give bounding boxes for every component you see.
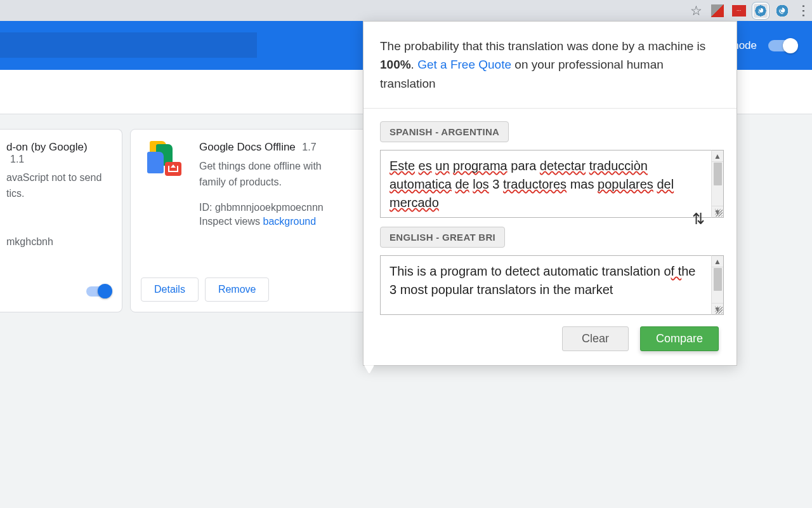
target-language-button[interactable]: ENGLISH - GREAT BRI [380,227,505,248]
scroll-up-icon[interactable]: ▲ [712,150,723,162]
scroll-handle[interactable] [714,268,722,291]
chrome-toolbar: ☆ ••• ↻ ↻ ⋯ [0,0,812,21]
extension-version: 1.7 [302,142,316,152]
scrollbar[interactable]: ▲ ▼ [711,255,724,315]
resize-grip[interactable] [715,306,723,314]
docs-offline-icon [145,141,184,180]
extension-card-partial: d-on (by Google) 1.1 avaScript not to se… [0,129,122,312]
extension-version: 1.1 [10,154,24,164]
free-quote-link[interactable]: Get a Free Quote [417,58,511,71]
star-icon[interactable]: ☆ [689,4,703,18]
developer-mode-toggle[interactable] [768,40,797,51]
source-text-area[interactable]: Este es un programa para detectar traduc… [380,150,711,218]
chrome-menu-icon[interactable]: ⋯ [797,4,811,18]
extension-desc-line: avaScript not to send [6,170,108,186]
scrollbar[interactable]: ▲ ▼ [711,150,724,218]
extension-google-icon[interactable] [710,4,724,18]
extension-id-fragment: mkghcbnh [6,236,108,248]
probability-value: 100% [380,58,411,71]
extension-id-label: ID: [199,202,212,213]
search-box[interactable] [0,32,257,58]
target-text-area[interactable]: This is a program to detect automatic tr… [380,255,711,315]
scroll-up-icon[interactable]: ▲ [712,256,723,267]
extension-title: d-on (by Google) [6,141,88,153]
source-language-button[interactable]: SPANISH - ARGENTINA [380,121,509,142]
extension-title: Google Docs Offline [199,141,296,153]
clear-button[interactable]: Clear [562,326,629,351]
resize-grip[interactable] [715,209,723,217]
msg-text: The probability that this translation wa… [380,39,705,53]
inspect-background-link[interactable]: background [263,216,317,227]
inspect-views-label: Inspect views [199,216,260,227]
extension-enable-toggle[interactable] [86,286,110,297]
remove-button[interactable]: Remove [205,277,270,302]
compare-button[interactable]: Compare [640,326,719,351]
probability-message: The probability that this translation wa… [363,22,737,109]
details-button[interactable]: Details [141,277,199,302]
extension-desc-line: tics. [6,186,108,202]
translation-popup: The probability that this translation wa… [363,21,737,366]
swap-languages-icon[interactable]: ⇅ [692,210,705,228]
extension-translator-icon[interactable]: ↻ [754,4,768,18]
extension-sync-icon[interactable]: ↻ [775,4,789,18]
collapse-caret-icon[interactable] [364,365,374,374]
msg-text: . [411,58,418,71]
extension-lastpass-icon[interactable]: ••• [732,4,746,18]
scroll-handle[interactable] [714,163,722,185]
extension-id-value: ghbmnnjooekpmoecnnn [215,202,324,213]
